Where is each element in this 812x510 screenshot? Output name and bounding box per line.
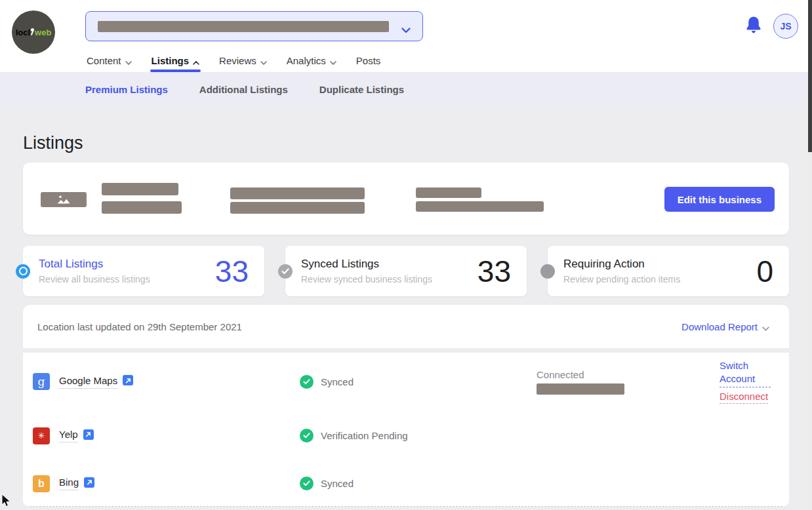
- platform-name-link[interactable]: Yelp: [59, 429, 78, 442]
- chevron-down-icon: [125, 56, 132, 67]
- circle-icon: [540, 264, 555, 279]
- stat-card-requiring-action[interactable]: Requiring Action Review pending action i…: [548, 246, 789, 296]
- avatar-initials: JS: [780, 21, 791, 31]
- notifications-bell-icon[interactable]: [744, 15, 763, 36]
- platform-name-link[interactable]: Bing: [59, 477, 79, 490]
- business-image-placeholder: [41, 192, 87, 207]
- redacted-account-bar: [537, 383, 624, 395]
- nav-item-listings[interactable]: Listings: [150, 49, 201, 72]
- report-bar: Location last updated on 29th September …: [23, 305, 789, 348]
- chevron-down-icon: [762, 322, 769, 333]
- listings-table-body: g Google Maps Synced Connected: [23, 353, 789, 507]
- redacted-text-bar: [416, 187, 481, 198]
- status-cell: Verification Pending: [300, 429, 537, 442]
- stat-value: 33: [215, 254, 249, 289]
- download-report-link[interactable]: Download Report: [681, 320, 769, 333]
- business-summary-card: Edit this business: [23, 163, 789, 235]
- subnav-item-premium-listings[interactable]: Premium Listings: [85, 84, 168, 95]
- actions-cell: Switch Account Disconnect: [710, 359, 789, 404]
- last-updated-text: Location last updated on 29th September …: [37, 321, 242, 332]
- check-circle-icon: [300, 375, 314, 389]
- check-circle-icon: [300, 477, 314, 490]
- divider: [23, 348, 789, 353]
- bing-icon: b: [33, 475, 50, 492]
- stat-card-synced-listings[interactable]: Synced Listings Review synced business l…: [285, 246, 527, 296]
- platform-name-link[interactable]: Google Maps: [59, 375, 117, 389]
- status-cell: Synced: [300, 375, 537, 389]
- redacted-text-bar: [230, 202, 365, 214]
- platform-cell: b Bing: [23, 475, 300, 492]
- redacted-text-bar: [230, 187, 365, 199]
- check-circle-icon: [300, 429, 314, 442]
- chevron-down-icon: [330, 56, 336, 67]
- stat-title: Requiring Action: [563, 258, 789, 271]
- radio-selected-icon: [16, 264, 30, 279]
- app-header: loclweb JS Content Listings Reviews An: [0, 0, 812, 72]
- stat-value: 33: [477, 254, 511, 289]
- chevron-up-icon: [193, 56, 199, 67]
- switch-account-link[interactable]: Switch Account: [720, 359, 771, 387]
- external-link-icon[interactable]: [123, 375, 133, 385]
- main-nav: Content Listings Reviews Analytics Posts: [85, 49, 382, 72]
- nav-item-analytics[interactable]: Analytics: [285, 49, 338, 72]
- chevron-down-icon: [401, 24, 411, 36]
- table-row-google-maps: g Google Maps Synced Connected: [23, 353, 789, 410]
- platform-cell: g Google Maps: [23, 373, 300, 390]
- vertical-scrollbar[interactable]: [808, 0, 812, 510]
- nav-item-posts[interactable]: Posts: [355, 49, 382, 72]
- logo-text-primary: locl: [16, 28, 30, 37]
- image-icon: [56, 195, 71, 205]
- stat-value: 0: [756, 254, 773, 289]
- connection-cell: Connected: [537, 369, 710, 395]
- listings-table-card: Location last updated on 29th September …: [23, 305, 789, 507]
- external-link-icon[interactable]: [84, 477, 94, 488]
- status-label: Synced: [321, 478, 354, 489]
- user-avatar[interactable]: JS: [773, 14, 798, 39]
- stat-subtitle: Review pending action items: [563, 274, 789, 284]
- listings-subnav: Premium Listings Additional Listings Dup…: [0, 72, 812, 107]
- status-label: Verification Pending: [321, 430, 408, 441]
- redacted-text-bar: [416, 201, 544, 212]
- page-title: Listings: [23, 133, 789, 153]
- stat-card-total-listings[interactable]: Total Listings Review all business listi…: [23, 246, 264, 296]
- mouse-cursor: [1, 494, 12, 508]
- main-content: Listings Edit this business Total Listin…: [0, 133, 812, 507]
- platform-cell: ✳ Yelp: [23, 427, 300, 444]
- table-row-bing: b Bing Synced: [23, 461, 789, 507]
- app-logo[interactable]: loclweb: [12, 10, 55, 54]
- stats-row: Total Listings Review all business listi…: [23, 246, 789, 296]
- external-link-icon[interactable]: [83, 429, 94, 440]
- edit-business-button[interactable]: Edit this business: [664, 187, 775, 212]
- check-circle-icon: [278, 264, 293, 279]
- subnav-item-additional-listings[interactable]: Additional Listings: [199, 84, 288, 95]
- redacted-text-bar: [102, 201, 182, 214]
- scrollbar-thumb[interactable]: [808, 0, 812, 152]
- logo-pin-icon: [31, 28, 34, 31]
- disconnect-link[interactable]: Disconnect: [720, 391, 768, 404]
- nav-item-content[interactable]: Content: [85, 49, 133, 72]
- business-selector-dropdown[interactable]: [85, 11, 423, 41]
- logo-text-secondary: web: [35, 28, 51, 37]
- redacted-text-bar: [102, 183, 178, 195]
- nav-item-reviews[interactable]: Reviews: [218, 49, 268, 72]
- yelp-icon: ✳: [33, 427, 50, 444]
- redacted-business-name: [98, 21, 389, 32]
- status-label: Synced: [321, 376, 354, 387]
- connection-status-label: Connected: [537, 369, 710, 380]
- google-maps-icon: g: [33, 373, 50, 390]
- chevron-down-icon: [260, 56, 267, 67]
- status-cell: Synced: [300, 477, 537, 490]
- subnav-item-duplicate-listings[interactable]: Duplicate Listings: [319, 84, 404, 95]
- table-row-yelp: ✳ Yelp Verification Pending: [23, 410, 789, 461]
